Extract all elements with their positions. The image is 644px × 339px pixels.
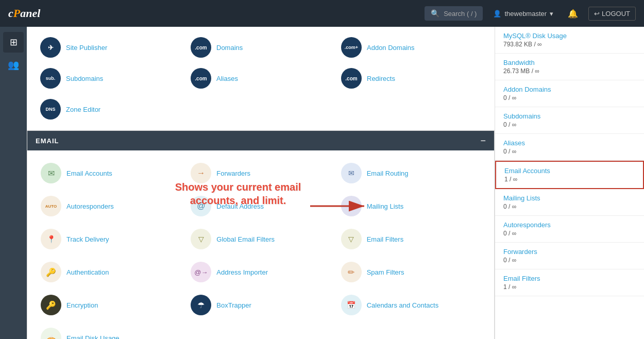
stat-email-filters-label: Email Filters	[503, 275, 636, 282]
item-global-email-filters[interactable]: ▽ Global Email Filters	[185, 225, 335, 253]
stat-autoresponders-value: 0 / ∞	[503, 230, 636, 237]
stat-forwarders[interactable]: Forwarders 0 / ∞	[495, 243, 644, 269]
email-disk-usage-label: Email Disk Usage	[66, 334, 120, 340]
domains-section: ✈ Site Publisher .com Domains .com+ Addo…	[27, 27, 495, 130]
stat-email-accounts-value: 1 / ∞	[504, 176, 635, 183]
redirects-label: Redirects	[367, 75, 395, 82]
item-zone-editor[interactable]: DNS Zone Editor	[35, 95, 185, 124]
stat-autoresponders[interactable]: Autoresponders 0 / ∞	[495, 216, 644, 243]
stat-addon-domains[interactable]: Addon Domains 0 / ∞	[495, 80, 644, 107]
forwarders-label: Forwarders	[216, 170, 250, 177]
item-aliases[interactable]: .com Aliases	[185, 64, 336, 93]
address-importer-icon: @→	[191, 262, 211, 282]
sidebar-item-grid[interactable]: ⊞	[3, 32, 24, 53]
item-forwarders[interactable]: → Forwarders	[185, 159, 335, 188]
item-email-filters[interactable]: ▽ Email Filters	[336, 225, 486, 253]
item-autoresponders[interactable]: AUTO Autoresponders	[36, 192, 185, 221]
logout-button[interactable]: ↩ LOGOUT	[588, 7, 636, 21]
right-panel: MySQL® Disk Usage 793.82 KB / ∞ Bandwidt…	[495, 27, 644, 339]
stat-mailing-lists[interactable]: Mailing Lists 0 / ∞	[495, 189, 644, 216]
stat-mailing-lists-value: 0 / ∞	[503, 203, 636, 210]
stat-email-accounts-label: Email Accounts	[504, 167, 635, 175]
item-encryption[interactable]: 🔑 Encryption	[36, 291, 185, 319]
content-area: ✈ Site Publisher .com Domains .com+ Addo…	[27, 27, 495, 339]
item-site-publisher[interactable]: ✈ Site Publisher	[35, 33, 185, 62]
stat-forwarders-label: Forwarders	[503, 248, 636, 256]
encryption-label: Encryption	[66, 301, 98, 309]
item-addon-domains[interactable]: .com+ Addon Domains	[336, 33, 486, 62]
autoresponders-icon: AUTO	[41, 196, 61, 216]
stat-subdomains[interactable]: Subdomains 0 / ∞	[495, 107, 644, 134]
zone-editor-icon: DNS	[40, 99, 61, 120]
subdomains-label: Subdomains	[66, 75, 103, 82]
item-email-routing[interactable]: ✉ Email Routing	[336, 159, 486, 188]
spam-filters-label: Spam Filters	[367, 268, 404, 276]
item-email-accounts[interactable]: ✉ Email Accounts	[36, 159, 185, 188]
calendars-label: Calendars and Contacts	[367, 301, 438, 309]
stat-aliases-value: 0 / ∞	[503, 148, 636, 155]
email-accounts-icon: ✉	[41, 163, 61, 183]
email-accounts-label: Email Accounts	[66, 170, 112, 177]
left-sidebar: ⊞ 👥	[0, 27, 27, 339]
email-filters-icon: ▽	[341, 229, 362, 249]
aliases-label: Aliases	[216, 75, 238, 82]
stat-subdomains-label: Subdomains	[503, 112, 636, 120]
stat-bandwidth[interactable]: Bandwidth 26.73 MB / ∞	[495, 54, 644, 80]
boxtrapper-icon: ☂	[191, 295, 211, 315]
authentication-label: Authentication	[66, 268, 109, 276]
stat-email-filters[interactable]: Email Filters 1 / ∞	[495, 269, 644, 296]
stat-aliases-label: Aliases	[503, 139, 636, 147]
item-boxtrapper[interactable]: ☂ BoxTrapper	[185, 291, 335, 319]
item-subdomains[interactable]: sub. Subdomains	[35, 64, 185, 93]
spam-filters-icon: ✏	[341, 262, 362, 282]
subdomains-icon: sub.	[40, 68, 61, 89]
item-authentication[interactable]: 🔑 Authentication	[36, 258, 185, 286]
item-calendars[interactable]: 📅 Calendars and Contacts	[336, 291, 486, 319]
address-importer-label: Address Importer	[216, 268, 268, 276]
notifications-bell[interactable]: 🔔	[564, 9, 582, 19]
item-mailing-lists[interactable]: ≡ Mailing Lists	[336, 192, 486, 221]
autoresponders-label: Autoresponders	[66, 202, 114, 210]
global-email-filters-icon: ▽	[191, 229, 211, 249]
stat-mysql-disk[interactable]: MySQL® Disk Usage 793.82 KB / ∞	[495, 27, 644, 54]
encryption-icon: 🔑	[41, 295, 61, 315]
mailing-lists-label: Mailing Lists	[367, 202, 404, 210]
grid-icon: ⊞	[10, 37, 18, 48]
item-track-delivery[interactable]: 📍 Track Delivery	[36, 225, 185, 253]
item-address-importer[interactable]: @→ Address Importer	[185, 258, 335, 286]
stat-email-filters-value: 1 / ∞	[503, 283, 636, 291]
users-icon: 👥	[8, 59, 19, 71]
stat-bandwidth-value: 26.73 MB / ∞	[503, 67, 636, 75]
collapse-email-button[interactable]: −	[480, 136, 486, 145]
stat-bandwidth-label: Bandwidth	[503, 59, 636, 66]
item-default-address[interactable]: @ Default Address	[185, 192, 335, 221]
item-domains[interactable]: .com Domains	[185, 33, 336, 62]
user-menu[interactable]: 👤 thewebmaster ▾	[489, 10, 557, 18]
zone-editor-label: Zone Editor	[66, 106, 100, 113]
item-email-disk-usage[interactable]: 🥧 Email Disk Usage	[36, 324, 185, 339]
sidebar-item-users[interactable]: 👥	[3, 55, 24, 75]
stat-autoresponders-label: Autoresponders	[503, 221, 636, 229]
calendars-icon: 📅	[341, 295, 362, 315]
top-navigation: cPanel 🔍 Search ( / ) 👤 thewebmaster ▾ 🔔…	[0, 0, 644, 27]
search-bar[interactable]: 🔍 Search ( / )	[425, 6, 483, 21]
stat-aliases[interactable]: Aliases 0 / ∞	[495, 134, 644, 161]
global-email-filters-label: Global Email Filters	[216, 235, 275, 243]
forwarders-icon: →	[191, 163, 211, 183]
default-address-label: Default Address	[216, 202, 264, 210]
email-section-title: EMAIL	[36, 137, 59, 145]
stat-mysql-disk-value: 793.82 KB / ∞	[503, 41, 636, 48]
user-icon: 👤	[493, 10, 501, 18]
stat-addon-domains-value: 0 / ∞	[503, 94, 636, 101]
default-address-icon: @	[191, 196, 211, 216]
email-routing-icon: ✉	[341, 163, 362, 183]
item-spam-filters[interactable]: ✏ Spam Filters	[336, 258, 486, 286]
stat-email-accounts[interactable]: Email Accounts 1 / ∞	[495, 161, 644, 189]
track-delivery-icon: 📍	[41, 229, 61, 249]
dropdown-icon: ▾	[550, 10, 553, 18]
authentication-icon: 🔑	[41, 262, 61, 282]
addon-domains-icon: .com+	[341, 37, 362, 58]
item-redirects[interactable]: .com Redirects	[336, 64, 486, 93]
site-publisher-label: Site Publisher	[66, 44, 107, 52]
boxtrapper-label: BoxTrapper	[216, 301, 251, 309]
